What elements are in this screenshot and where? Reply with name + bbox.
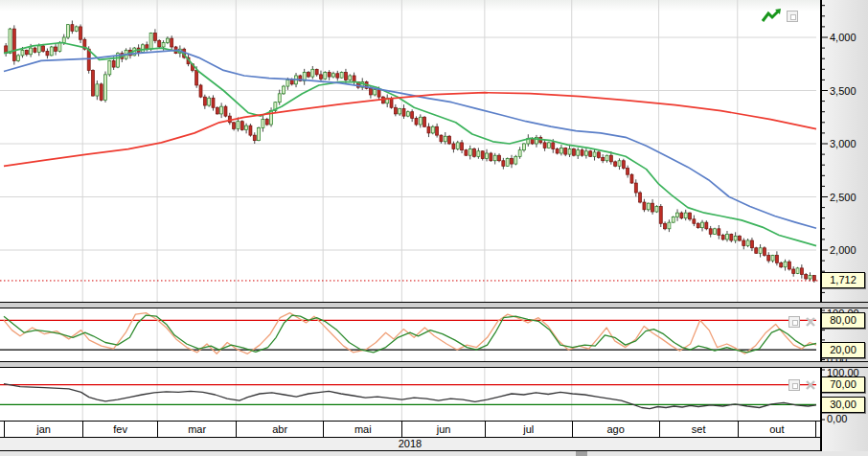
month-cell-abr: abr — [236, 422, 323, 437]
month-cell-jan: jan — [4, 422, 82, 437]
month-cell-jun: jun — [401, 422, 485, 437]
candlestick-series — [5, 20, 816, 283]
month-cell-fev: fev — [82, 422, 157, 437]
ma-slow-red — [4, 93, 816, 167]
month-cell-mar: mar — [157, 422, 236, 437]
current-price-label: 1,712 — [821, 272, 865, 288]
rsi-bottom-label: 0,00 — [827, 413, 847, 424]
rsi-threshold-label: 30,00 — [821, 397, 865, 413]
month-cell-jul: jul — [485, 422, 572, 437]
price-tick-label: 3,500 — [830, 85, 857, 97]
price-tick-label: 2,500 — [830, 192, 857, 203]
year-label: 2018 — [399, 438, 422, 449]
restore-window-icon-inner — [790, 14, 796, 20]
chart-canvas[interactable]: 100,000,00100,000,004,0003,5003,0002,500… — [0, 0, 868, 456]
panel-separator[interactable] — [0, 361, 868, 368]
restore-window-icon[interactable] — [787, 11, 798, 22]
price-tick-label: 3,000 — [830, 138, 857, 149]
restore-window-icon-inner — [792, 383, 798, 389]
rsi-threshold-label: 70,00 — [821, 376, 865, 393]
month-cell-mai: mai — [323, 422, 401, 437]
restore-window-icon-inner — [792, 320, 798, 326]
trend-arrow-icon[interactable] — [761, 8, 782, 25]
month-cell-out: out — [738, 422, 816, 437]
close-icon[interactable] — [805, 379, 816, 391]
stochastic-threshold-label: 20,00 — [821, 342, 865, 358]
year-axis: 2018 — [0, 438, 820, 451]
panel-separator[interactable] — [0, 302, 868, 308]
main-chart-toolbar — [761, 8, 798, 25]
time-axis[interactable]: janfevmarabrmaijunjulagosetout — [0, 421, 820, 438]
ma-fast-green — [4, 43, 816, 246]
trading-chart-window: 100,000,00100,000,004,0003,5003,0002,500… — [0, 0, 868, 456]
price-tick-label: 4,000 — [830, 32, 857, 43]
month-cell-ago: ago — [572, 422, 659, 437]
month-cell-set: set — [659, 422, 738, 437]
restore-window-icon[interactable] — [788, 316, 800, 328]
close-icon[interactable] — [805, 316, 816, 328]
stochastic-panel-toolbar — [788, 316, 816, 328]
stochastic-threshold-label: 80,00 — [821, 312, 865, 329]
price-tick-label: 2,000 — [830, 244, 857, 256]
ma-medium-blue — [4, 50, 816, 228]
scrollbar-thumb[interactable] — [576, 451, 587, 456]
restore-window-icon[interactable] — [788, 379, 800, 391]
horizontal-scrollbar[interactable] — [0, 451, 868, 456]
rsi-panel-toolbar — [788, 379, 816, 391]
